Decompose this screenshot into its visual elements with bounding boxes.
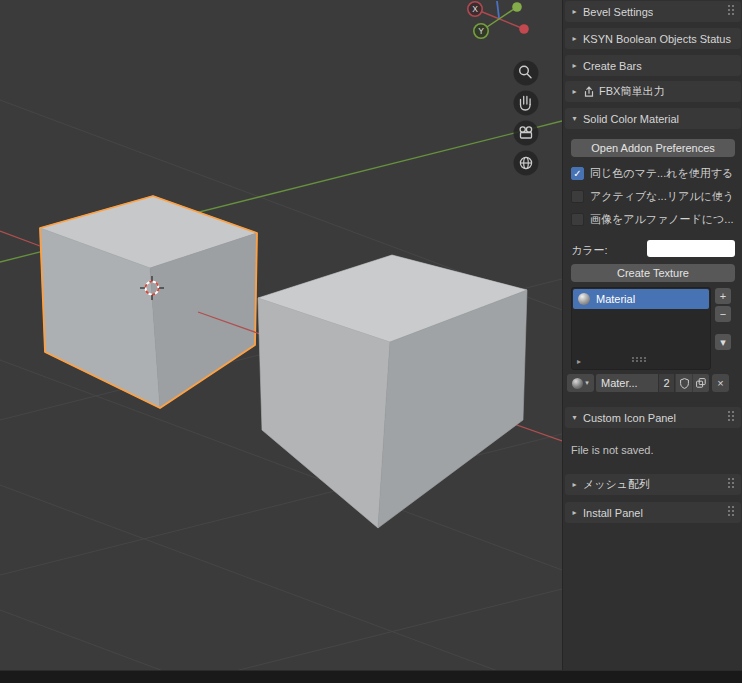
color-label: カラー: [571, 243, 608, 258]
pan-tool-button[interactable] [514, 91, 539, 116]
add-material-slot-button[interactable]: + [715, 288, 731, 304]
panel-header-custom-icon-panel[interactable]: ▾ Custom Icon Panel [565, 407, 741, 428]
chevron-right-icon: ▸ [570, 87, 579, 96]
chevron-right-icon: ▸ [570, 480, 579, 489]
chevron-right-icon: ▸ [570, 34, 579, 43]
panel-label: Bevel Settings [583, 6, 653, 18]
chevron-down-icon: ▾ [570, 114, 579, 123]
gizmo-y-label: Y [478, 26, 484, 36]
3d-viewport[interactable] [0, 0, 562, 670]
panel-label: FBX簡単出力 [599, 84, 664, 99]
panel-label: KSYN Boolean Objects Status [583, 33, 731, 45]
sidebar-n-panel: ▸ Bevel Settings ▸ KSYN Boolean Objects … [562, 0, 742, 670]
list-resize-grip-icon[interactable] [632, 357, 648, 363]
file-not-saved-text: File is not saved. [571, 444, 654, 456]
panel-label: Install Panel [583, 507, 643, 519]
material-item-label: Material [596, 293, 635, 305]
checkbox-unchecked-icon[interactable] [571, 190, 584, 203]
color-swatch[interactable] [647, 240, 735, 257]
panel-header-bevel-settings[interactable]: ▸ Bevel Settings [565, 1, 741, 22]
chevron-down-icon: ▾ [570, 413, 579, 422]
material-sphere-icon [572, 378, 583, 389]
checkbox-unchecked-icon[interactable] [571, 213, 584, 226]
checkbox-row-image-alpha-node[interactable]: 画像をアルファノードにつ... [571, 212, 734, 226]
fake-user-shield-button[interactable] [675, 374, 692, 392]
list-filter-expand-icon[interactable]: ▸ [577, 357, 581, 366]
unlink-material-button[interactable]: × [712, 374, 729, 392]
copy-icon [696, 378, 706, 388]
panel-label: メッシュ配列 [583, 477, 650, 492]
duplicate-material-button[interactable] [692, 374, 709, 392]
material-list[interactable]: Material ▸ [571, 287, 711, 370]
checkbox-checked-icon[interactable]: ✓ [571, 167, 584, 180]
material-specials-menu-button[interactable]: ▾ [715, 334, 731, 350]
panel-header-create-bars[interactable]: ▸ Create Bars [565, 55, 741, 76]
navigation-gizmo[interactable]: X Y [452, 0, 547, 46]
panel-drag-grip-icon[interactable] [728, 5, 735, 17]
panel-header-ksyn-boolean[interactable]: ▸ KSYN Boolean Objects Status [565, 28, 741, 49]
panel-drag-grip-icon[interactable] [728, 506, 735, 518]
status-bar [0, 670, 742, 683]
shield-icon [680, 378, 689, 389]
gizmo-z-axis-line [497, 1, 499, 18]
gizmo-x-ball[interactable]: X [468, 2, 482, 16]
remove-material-slot-button[interactable]: − [715, 306, 731, 322]
checkbox-label: 画像をアルファノードにつ... [590, 212, 734, 227]
panel-header-solid-color-material[interactable]: ▾ Solid Color Material [565, 108, 741, 129]
panel-label: Solid Color Material [583, 113, 679, 125]
panel-header-mesh-array[interactable]: ▸ メッシュ配列 [565, 474, 741, 495]
toggle-perspective-button[interactable] [514, 151, 539, 176]
panel-label: Custom Icon Panel [583, 412, 676, 424]
panel-drag-grip-icon[interactable] [728, 478, 735, 490]
open-addon-preferences-button[interactable]: Open Addon Preferences [571, 139, 735, 157]
material-sphere-icon [578, 293, 590, 305]
checkbox-label: 同じ色のマテ...れを使用する [590, 166, 733, 181]
chevron-right-icon: ▸ [570, 7, 579, 16]
material-users-count[interactable]: 2 [659, 374, 674, 392]
create-texture-button[interactable]: Create Texture [571, 264, 735, 282]
viewport-tools [510, 59, 544, 179]
camera-view-button[interactable] [514, 121, 539, 146]
gizmo-x-positive-ball[interactable] [519, 24, 529, 34]
blender-window: X Y [0, 0, 742, 683]
export-icon [583, 86, 595, 98]
checkbox-label: アクティブな...リアルに使う [590, 189, 734, 204]
panel-header-fbx-export[interactable]: ▸ FBX簡単出力 [565, 81, 741, 102]
panel-drag-grip-icon[interactable] [728, 411, 735, 423]
panel-label: Create Bars [583, 60, 642, 72]
panel-header-install-panel[interactable]: ▸ Install Panel [565, 502, 741, 523]
checkbox-row-same-color-material[interactable]: ✓ 同じ色のマテ...れを使用する [571, 166, 733, 180]
chevron-down-icon: ▾ [585, 379, 589, 387]
gizmo-y-ball[interactable]: Y [474, 24, 488, 38]
gizmo-x-label: X [472, 4, 478, 14]
browse-material-button[interactable]: ▾ [567, 374, 594, 392]
gizmo-y-positive-ball[interactable] [512, 2, 522, 12]
checkbox-row-use-active-material[interactable]: アクティブな...リアルに使う [571, 189, 734, 203]
zoom-tool-button[interactable] [514, 61, 539, 86]
chevron-right-icon: ▸ [570, 508, 579, 517]
material-name-field[interactable]: Mater... [596, 374, 658, 392]
chevron-right-icon: ▸ [570, 61, 579, 70]
material-list-item-selected[interactable]: Material [573, 289, 709, 309]
